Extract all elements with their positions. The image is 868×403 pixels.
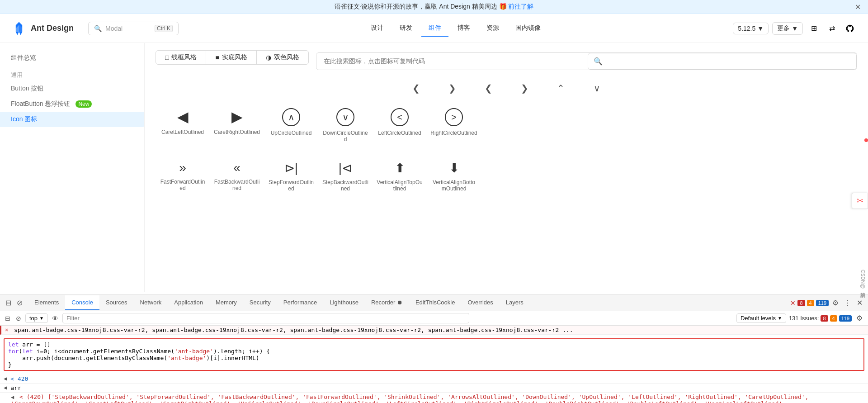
devtools-tab-console[interactable]: Console bbox=[65, 295, 99, 310]
devtools-tab-elements[interactable]: Elements bbox=[28, 295, 65, 310]
issues-warn-badge: 4 bbox=[830, 315, 837, 322]
result-value: < 420 bbox=[10, 375, 28, 382]
svg-marker-4 bbox=[19, 32, 22, 35]
devtools-tab-recorder[interactable]: Recorder ⏺ bbox=[365, 295, 409, 310]
devtools-tab-application[interactable]: Application bbox=[168, 295, 209, 310]
icon-fastforwardoutlined[interactable]: » FastForwardOutlined bbox=[156, 153, 210, 199]
error-x-icon: ✕ bbox=[790, 299, 796, 307]
github-icon-button[interactable] bbox=[843, 21, 857, 36]
banner-close-button[interactable]: ✕ bbox=[855, 3, 861, 11]
devtools-tab-overrides[interactable]: Overrides bbox=[461, 295, 499, 310]
main-nav: 设计 研发 组件 博客 资源 国内镜像 bbox=[186, 20, 726, 37]
search-shortcut: Ctrl K bbox=[155, 25, 173, 32]
devtools-settings-icon[interactable]: ⚙ bbox=[830, 297, 840, 309]
devtools-close-button[interactable]: ✕ bbox=[855, 297, 864, 309]
filled-icon: ■ bbox=[215, 54, 219, 61]
arrow-up-icon: ❯ bbox=[434, 83, 470, 94]
grid-icon-button[interactable]: ⊞ bbox=[807, 21, 821, 36]
arrow-up2-icon: ⌃ bbox=[542, 83, 579, 94]
nav-design[interactable]: 设计 bbox=[363, 20, 391, 37]
icon-grid-row1: ◀ CaretLeftOutlined ▶ CaretRightOutlined… bbox=[156, 101, 857, 150]
icon-verticalalignbottomoutlined[interactable]: ⬇ VerticalAlignBottomOutlined bbox=[427, 153, 481, 199]
banner-link[interactable]: 前往了解 bbox=[508, 3, 533, 11]
icon-stepforwardoutlined[interactable]: ⊳| StepForwardOutlined bbox=[264, 153, 318, 199]
icon-name: VerticalAlignTopOutlined bbox=[376, 179, 423, 192]
devtools-pointer-icon[interactable]: ⊘ bbox=[15, 297, 24, 309]
expand-icon[interactable]: ◀ bbox=[4, 375, 7, 382]
context-selector[interactable]: top ▼ bbox=[25, 313, 48, 323]
devtools-tab-icons: ⊟ ⊘ bbox=[4, 297, 24, 309]
icon-caretrightoutlined[interactable]: ▶ CaretRightOutlined bbox=[210, 101, 264, 150]
icon-leftcircleoutlined[interactable]: < LeftCircleOutlined bbox=[373, 101, 427, 150]
icon-search-container[interactable]: 🔍 bbox=[316, 52, 857, 70]
icon-content: □ 线框风格 ■ 实底风格 ◑ 双色风格 🔍 ❮ ❯ ❮ bbox=[145, 43, 868, 292]
devtools-tab-memory[interactable]: Memory bbox=[209, 295, 243, 310]
tab-outlined[interactable]: □ 线框风格 bbox=[156, 51, 206, 64]
default-levels-button[interactable]: Default levels ▼ bbox=[736, 313, 786, 323]
verticalalignbottom-icon: ⬇ bbox=[449, 161, 459, 175]
devtools-elements-icon[interactable]: ⊟ bbox=[4, 297, 13, 309]
devtools-tab-lighthouse[interactable]: Lighthouse bbox=[323, 295, 365, 310]
arr-result-text: < (420) ['StepBackwardOutlined', 'StepFo… bbox=[11, 394, 808, 403]
tab-twocolor[interactable]: ◑ 双色风格 bbox=[257, 51, 308, 64]
eye-icon[interactable]: 👁 bbox=[51, 313, 60, 323]
stepforward-icon: ⊳| bbox=[284, 161, 298, 175]
search-box[interactable]: 🔍 Modal Ctrl K bbox=[88, 22, 179, 35]
twocolor-icon: ◑ bbox=[266, 54, 271, 61]
icon-downcircleoutlined[interactable]: ∨ DownCircleOutlined bbox=[318, 101, 373, 150]
version-select[interactable]: 5.12.5 ▼ bbox=[733, 23, 769, 34]
banner-text: 语雀征文·说说你和开源的故事，赢取 Ant Design 精美周边 🎁 bbox=[335, 3, 507, 11]
nav-mirror[interactable]: 国内镜像 bbox=[508, 20, 548, 37]
nav-blog[interactable]: 博客 bbox=[450, 20, 477, 37]
main-content: 组件总览 通用 Button 按钮 FloatButton 悬浮按钮 New I… bbox=[0, 43, 868, 292]
outlined-label: 线框风格 bbox=[171, 53, 197, 62]
icon-upcircleoutlined[interactable]: ∧ UpCircleOutlined bbox=[264, 101, 318, 150]
console-filter-input[interactable] bbox=[62, 313, 469, 323]
clear-console-icon[interactable]: ⊘ bbox=[14, 313, 23, 323]
icon-name: FastBackwardOutlined bbox=[213, 179, 260, 191]
arr-expand-icon[interactable]: ◀ bbox=[4, 384, 7, 391]
devtools-more-icon[interactable]: ⋮ bbox=[842, 297, 853, 309]
console-code-section: let arr = [] for(let i=0; i<document.get… bbox=[0, 335, 868, 375]
warn-count-badge: 4 bbox=[807, 300, 814, 306]
icon-nav-arrows: ❮ ❯ ❮ ❯ ⌃ ∨ bbox=[156, 79, 857, 97]
more-button[interactable]: 更多 ▼ bbox=[772, 22, 803, 35]
icon-caretleftoutlined[interactable]: ◀ CaretLeftOutlined bbox=[156, 101, 210, 150]
tab-filled[interactable]: ■ 实底风格 bbox=[206, 51, 256, 64]
sidebar-floatbutton[interactable]: FloatButton 悬浮按钮 New bbox=[0, 96, 144, 112]
fastbackward-icon: « bbox=[233, 161, 241, 175]
sidebar-toggle-icon[interactable]: ⊟ bbox=[4, 313, 12, 323]
error-icon: ✕ bbox=[5, 327, 12, 333]
devtools-tab-sources[interactable]: Sources bbox=[99, 295, 134, 310]
console-arr-result: ◀ < (420) ['StepBackwardOutlined', 'Step… bbox=[0, 393, 868, 403]
icon-search-button[interactable]: 🔍 bbox=[588, 53, 857, 70]
icon-rightcircleoutlined[interactable]: > RightCircleOutlined bbox=[427, 101, 481, 150]
devtools-tab-network[interactable]: Network bbox=[134, 295, 168, 310]
nav-right: 5.12.5 ▼ 更多 ▼ ⊞ ⇄ bbox=[733, 21, 857, 36]
console-error-text: span.ant-badge.css-19xnoj8.css-var-r2, s… bbox=[14, 327, 573, 333]
sidebar-icon[interactable]: Icon 图标 bbox=[0, 112, 144, 127]
nav-dev[interactable]: 研发 bbox=[392, 20, 420, 37]
logo-area[interactable]: Ant Design bbox=[11, 20, 74, 37]
devtools-tab-editcookie[interactable]: EditThisCookie bbox=[409, 295, 461, 310]
sidebar-overview[interactable]: 组件总览 bbox=[0, 50, 144, 66]
leftcircle-icon: < bbox=[391, 108, 409, 126]
magic-wand-button[interactable]: ✂ bbox=[852, 193, 868, 209]
text-direction-icon-button[interactable]: ⇄ bbox=[825, 21, 839, 36]
twocolor-label: 双色风格 bbox=[274, 53, 299, 62]
icon-fastbackwardoutlined[interactable]: « FastBackwardOutlined bbox=[210, 153, 264, 199]
levels-chevron-icon: ▼ bbox=[778, 316, 782, 321]
console-settings-icon[interactable]: ⚙ bbox=[854, 312, 864, 324]
sidebar-button[interactable]: Button 按钮 bbox=[0, 81, 144, 96]
downcircle-icon: ∨ bbox=[336, 108, 354, 126]
icon-verticalaligntopoutlined[interactable]: ⬆ VerticalAlignTopOutlined bbox=[373, 153, 427, 199]
nav-components[interactable]: 组件 bbox=[421, 20, 448, 37]
sidebar-floatbutton-label: FloatButton 悬浮按钮 bbox=[11, 100, 71, 107]
arr-result-expand-icon[interactable]: ◀ bbox=[11, 394, 14, 400]
icon-search-input[interactable] bbox=[316, 54, 588, 68]
icon-stepbackwardoutlined[interactable]: |⊲ StepBackwardOutlined bbox=[318, 153, 373, 199]
devtools-tab-layers[interactable]: Layers bbox=[500, 295, 530, 310]
devtools-tab-performance[interactable]: Performance bbox=[277, 295, 323, 310]
nav-resources[interactable]: 资源 bbox=[479, 20, 506, 37]
devtools-tab-security[interactable]: Security bbox=[243, 295, 277, 310]
